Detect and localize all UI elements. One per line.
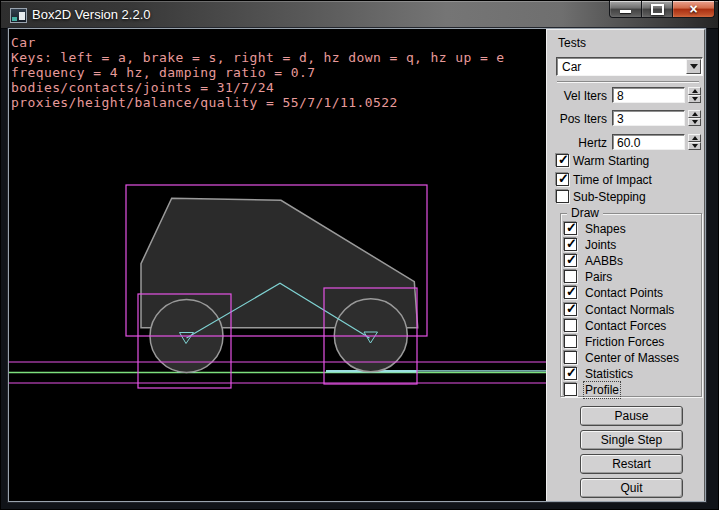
arrow-down-icon	[692, 97, 698, 104]
pos-iters-spinner-up[interactable]	[688, 110, 701, 118]
vel-iters-spinner-down[interactable]	[688, 95, 701, 103]
check-icon: ✓	[558, 171, 569, 186]
shapes-label: Shapes	[585, 222, 626, 236]
profile-label: Profile	[585, 383, 619, 397]
pos-iters-input[interactable]: 3	[612, 110, 685, 126]
aabbs-label: AABBs	[585, 254, 623, 268]
draw-group-label: Draw	[567, 206, 603, 220]
test-select-dropdown-button[interactable]	[686, 59, 701, 74]
pos-iters-label: Pos Iters	[547, 112, 607, 126]
time-of-impact-label: Time of Impact	[573, 173, 652, 187]
close-button[interactable]: ×	[672, 1, 715, 18]
contact-normals-row: ✓Contact Normals	[547, 303, 706, 317]
hertz-spinner-down[interactable]	[688, 142, 701, 150]
time-of-impact-checkbox[interactable]: ✓	[556, 173, 569, 186]
box2d-window: Box2D Version 2.2.0 ×	[0, 0, 719, 510]
center-of-masses-row: Center of Masses	[547, 351, 706, 365]
sub-stepping-row: Sub-Stepping	[547, 190, 706, 204]
center-of-masses-checkbox[interactable]	[564, 351, 577, 364]
pairs-row: Pairs	[547, 270, 706, 284]
check-icon: ✓	[566, 236, 577, 251]
vel-iters-spinner	[688, 87, 701, 103]
hertz-row: Hertz60.0	[547, 134, 706, 151]
center-of-masses-label: Center of Masses	[585, 351, 679, 365]
hertz-label: Hertz	[547, 136, 607, 150]
debug-line-3: bodies/contacts/joints = 31/7/24	[11, 80, 505, 95]
titlebar[interactable]: Box2D Version 2.2.0 ×	[1, 1, 719, 29]
warm-starting-row: ✓Warm Starting	[547, 154, 706, 168]
simulation-canvas[interactable]: CarKeys: left = a, brake = s, right = d,…	[9, 29, 546, 501]
aabbs-row: ✓AABBs	[547, 254, 706, 268]
pairs-label: Pairs	[585, 270, 612, 284]
arrow-up-icon	[692, 133, 698, 140]
hertz-spinner	[688, 134, 701, 150]
statistics-checkbox[interactable]: ✓	[564, 367, 577, 380]
pos-iters-spinner-down[interactable]	[688, 118, 701, 126]
joints-checkbox[interactable]: ✓	[564, 238, 577, 251]
joints-label: Joints	[585, 238, 616, 252]
front-wheel	[334, 299, 407, 372]
contact-forces-label: Contact Forces	[585, 319, 666, 333]
arrow-up-icon	[692, 86, 698, 93]
warm-starting-label: Warm Starting	[573, 154, 649, 168]
hertz-spinner-up[interactable]	[688, 134, 701, 142]
pos-iters-row: Pos Iters3	[547, 110, 706, 127]
profile-checkbox[interactable]	[564, 383, 577, 396]
friction-forces-row: Friction Forces	[547, 335, 706, 349]
pause-button[interactable]: Pause	[580, 406, 683, 426]
shapes-row: ✓Shapes	[547, 222, 706, 236]
joints-row: ✓Joints	[547, 238, 706, 252]
quit-button[interactable]: Quit	[580, 478, 683, 498]
maximize-icon	[651, 4, 664, 15]
statistics-label: Statistics	[585, 367, 633, 381]
chevron-down-icon	[690, 64, 698, 73]
contact-forces-checkbox[interactable]	[564, 319, 577, 332]
control-panel: Tests Car Vel Iters8Pos Iters3Hertz60.0 …	[546, 29, 705, 501]
vel-iters-spinner-up[interactable]	[688, 87, 701, 95]
client-area: CarKeys: left = a, brake = s, right = d,…	[9, 29, 705, 501]
aabbs-checkbox[interactable]: ✓	[564, 254, 577, 267]
sub-stepping-checkbox[interactable]	[556, 190, 569, 203]
contact-normals-label: Contact Normals	[585, 303, 674, 317]
check-icon: ✓	[566, 220, 577, 235]
shapes-checkbox[interactable]: ✓	[564, 222, 577, 235]
test-select-value: Car	[562, 60, 581, 74]
check-icon: ✓	[566, 284, 577, 299]
check-icon: ✓	[566, 252, 577, 267]
arrow-down-icon	[692, 144, 698, 151]
maximize-button[interactable]	[642, 1, 672, 18]
close-icon: ×	[689, 2, 697, 16]
pos-iters-spinner	[688, 110, 701, 126]
window-title: Box2D Version 2.2.0	[32, 7, 151, 22]
check-icon: ✓	[558, 152, 569, 167]
check-icon: ✓	[566, 301, 577, 316]
minimize-icon	[620, 10, 631, 13]
restart-button[interactable]: Restart	[580, 454, 683, 474]
contact-forces-row: Contact Forces	[547, 319, 706, 333]
debug-line-0: Car	[11, 35, 505, 50]
statistics-row: ✓Statistics	[547, 367, 706, 381]
contact-points-checkbox[interactable]: ✓	[564, 286, 577, 299]
single-step-button[interactable]: Single Step	[580, 430, 683, 450]
vel-iters-row: Vel Iters8	[547, 87, 706, 104]
pairs-checkbox[interactable]	[564, 270, 577, 283]
contact-points-label: Contact Points	[585, 286, 663, 300]
minimize-button[interactable]	[609, 1, 642, 18]
app-icon	[10, 8, 27, 23]
contact-normals-checkbox[interactable]: ✓	[564, 303, 577, 316]
tests-label: Tests	[558, 36, 586, 50]
debug-line-2: frequency = 4 hz, damping ratio = 0.7	[11, 65, 505, 80]
separator	[557, 81, 699, 83]
warm-starting-checkbox[interactable]: ✓	[556, 154, 569, 167]
debug-text: CarKeys: left = a, brake = s, right = d,…	[11, 35, 505, 110]
time-of-impact-row: ✓Time of Impact	[547, 173, 706, 187]
vel-iters-input[interactable]: 8	[612, 87, 685, 103]
contact-points-row: ✓Contact Points	[547, 286, 706, 300]
debug-line-4: proxies/height/balance/quality = 55/7/1/…	[11, 95, 505, 110]
hertz-input[interactable]: 60.0	[612, 134, 685, 150]
window-controls: ×	[609, 1, 715, 18]
friction-forces-checkbox[interactable]	[564, 335, 577, 348]
profile-row: Profile	[547, 383, 706, 397]
arrow-down-icon	[692, 120, 698, 127]
test-select[interactable]: Car	[556, 57, 703, 76]
